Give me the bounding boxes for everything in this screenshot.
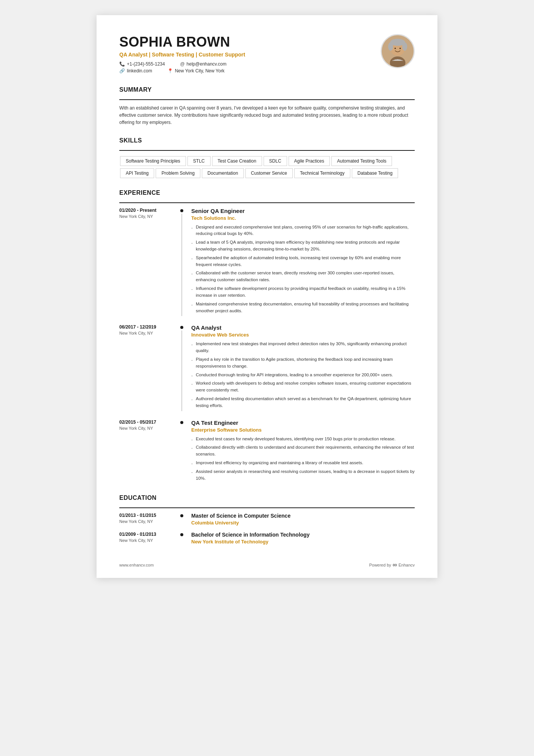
edu-dot	[180, 533, 183, 536]
skill-tag: Problem Solving	[156, 168, 200, 178]
exp-location: New York City, NY	[119, 426, 174, 430]
skills-row-1: Software Testing PrinciplesSTLCTest Case…	[119, 155, 415, 167]
bullet-item: Collaborated with the customer service t…	[191, 270, 415, 283]
edu-school: Columbia University	[191, 520, 415, 526]
powered-by-label: Powered by	[369, 563, 391, 567]
header: SOPHIA BROWN QA Analyst | Software Testi…	[119, 34, 415, 75]
bullet-item: Implemented new test strategies that imp…	[191, 341, 415, 354]
exp-location: New York City, NY	[119, 331, 174, 335]
edu-degree: Master of Science in Computer Science	[191, 513, 415, 519]
exp-bullets: Designed and executed comprehensive test…	[191, 224, 415, 315]
skills-divider	[119, 150, 415, 151]
exp-line	[181, 214, 182, 316]
svg-point-5	[402, 42, 407, 51]
svg-point-7	[400, 48, 401, 49]
footer-powered-by: Powered by ∞ Enhancv	[369, 562, 415, 568]
experience-item: 02/2015 - 05/2017 New York City, NY QA T…	[119, 419, 415, 484]
edu-location: New York City, NY	[119, 519, 178, 524]
exp-job-title: Senior QA Engineer	[191, 208, 415, 214]
exp-connector	[178, 208, 186, 316]
edu-left: 01/2013 - 01/2015 New York City, NY	[119, 513, 178, 526]
skill-tag: STLC	[187, 156, 211, 166]
experience-section: EXPERIENCE 01/2020 - Present New York Ci…	[119, 189, 415, 484]
education-item: 01/2009 - 01/2013 New York City, NY Bach…	[119, 532, 415, 545]
exp-date: 06/2017 - 12/2019	[119, 324, 174, 330]
exp-right: QA Analyst Innovative Web Services Imple…	[186, 324, 415, 411]
exp-right: QA Test Engineer Enterprise Software Sol…	[186, 419, 415, 484]
skill-tag: Customer Service	[245, 168, 293, 178]
bullet-item: Authored detailed testing documentation …	[191, 396, 415, 409]
bullet-item: Lead a team of 5 QA analysts, improving …	[191, 239, 415, 253]
skill-tag: Database Testing	[352, 168, 398, 178]
enhancv-logo-icon: ∞	[393, 562, 397, 568]
edu-school: New York Institute of Technology	[191, 539, 415, 545]
bullet-item: Spearheaded the adoption of automated te…	[191, 255, 415, 268]
edu-connector	[178, 513, 186, 526]
exp-dot	[180, 421, 183, 424]
experience-item: 01/2020 - Present New York City, NY Seni…	[119, 208, 415, 316]
candidate-name: SOPHIA BROWN	[119, 34, 381, 50]
skill-tag: Software Testing Principles	[120, 156, 186, 166]
phone-icon: 📞	[119, 61, 125, 67]
experience-title: EXPERIENCE	[119, 189, 415, 198]
exp-date: 01/2020 - Present	[119, 208, 174, 213]
svg-point-4	[388, 42, 393, 51]
skills-row-2: API TestingProblem SolvingDocumentationC…	[119, 167, 415, 179]
bullet-item: Influenced the software development proc…	[191, 285, 415, 299]
edu-date: 01/2013 - 01/2015	[119, 513, 178, 518]
bullet-item: Worked closely with developers to debug …	[191, 380, 415, 394]
candidate-title: QA Analyst | Software Testing | Customer…	[119, 52, 381, 58]
bullet-item: Conducted thorough testing for API integ…	[191, 372, 415, 379]
skills-section: SKILLS Software Testing PrinciplesSTLCTe…	[119, 137, 415, 179]
exp-left: 06/2017 - 12/2019 New York City, NY	[119, 324, 178, 411]
exp-left: 02/2015 - 05/2017 New York City, NY	[119, 419, 178, 484]
education-list: 01/2013 - 01/2015 New York City, NY Mast…	[119, 513, 415, 545]
linkedin-url: linkedin.com	[127, 68, 152, 74]
exp-left: 01/2020 - Present New York City, NY	[119, 208, 178, 316]
footer: www.enhancv.com Powered by ∞ Enhancv	[119, 562, 415, 568]
email-contact: @ help@enhancv.com	[180, 61, 226, 67]
edu-right: Master of Science in Computer Science Co…	[186, 513, 415, 526]
phone-number: +1-(234)-555-1234	[127, 61, 165, 67]
exp-dot	[180, 209, 183, 212]
exp-location: New York City, NY	[119, 214, 174, 219]
contact-row-1: 📞 +1-(234)-555-1234 @ help@enhancv.com	[119, 61, 381, 67]
edu-date: 01/2009 - 01/2013	[119, 532, 178, 537]
skill-tag: Technical Terminology	[294, 168, 350, 178]
edu-degree: Bachelor of Science in Information Techn…	[191, 532, 415, 538]
exp-date: 02/2015 - 05/2017	[119, 419, 174, 425]
edu-location: New York City, NY	[119, 538, 178, 543]
bullet-item: Collaborated directly with clients to un…	[191, 444, 415, 458]
exp-dot	[180, 326, 183, 329]
edu-dot	[180, 514, 183, 517]
bullet-item: Designed and executed comprehensive test…	[191, 224, 415, 238]
brand-name: Enhancv	[398, 563, 415, 567]
education-item: 01/2013 - 01/2015 New York City, NY Mast…	[119, 513, 415, 526]
summary-text: With an established career in QA spannin…	[119, 105, 415, 127]
summary-title: SUMMARY	[119, 86, 415, 95]
summary-section: SUMMARY With an established career in QA…	[119, 86, 415, 127]
bullet-item: Maintained comprehensive testing documen…	[191, 301, 415, 315]
exp-line	[181, 330, 182, 411]
email-address: help@enhancv.com	[187, 61, 226, 67]
location-icon: 📍	[167, 68, 173, 74]
exp-job-title: QA Test Engineer	[191, 419, 415, 426]
exp-right: Senior QA Engineer Tech Solutions Inc. D…	[186, 208, 415, 316]
skills-title: SKILLS	[119, 137, 415, 146]
skill-tag: Agile Practices	[289, 156, 330, 166]
bullet-item: Played a key role in the transition to A…	[191, 356, 415, 370]
skill-tag: Test Case Creation	[212, 156, 262, 166]
exp-bullets: Executed test cases for newly developed …	[191, 436, 415, 482]
exp-job-title: QA Analyst	[191, 324, 415, 331]
bullet-item: Assisted senior analysts in researching …	[191, 468, 415, 482]
contact-row-2: 🔗 linkedin.com 📍 New York City, New York	[119, 68, 381, 74]
bullet-item: Improved test efficiency by organizing a…	[191, 460, 415, 466]
exp-connector	[178, 419, 186, 484]
exp-bullets: Implemented new test strategies that imp…	[191, 341, 415, 409]
education-title: EDUCATION	[119, 495, 415, 503]
bullet-item: Executed test cases for newly developed …	[191, 436, 415, 443]
education-divider	[119, 507, 415, 508]
experience-divider	[119, 202, 415, 203]
header-left: SOPHIA BROWN QA Analyst | Software Testi…	[119, 34, 381, 75]
avatar	[381, 34, 415, 68]
